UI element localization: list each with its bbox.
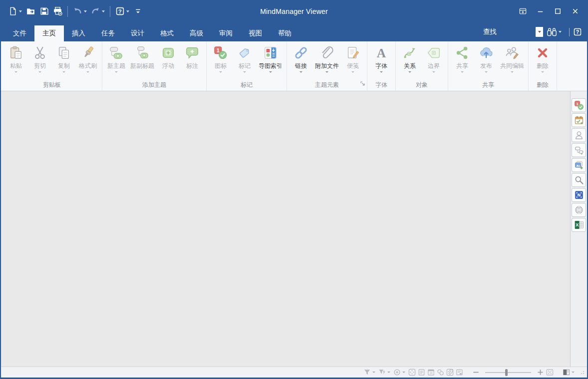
ribbon-display-options-button[interactable] — [514, 3, 532, 19]
ribbon-button-label: 复制 — [58, 62, 70, 69]
walkthrough-button[interactable] — [393, 368, 401, 377]
cut-icon — [32, 44, 47, 61]
delete-button: 删除 — [531, 44, 555, 79]
presentation-button[interactable] — [455, 368, 464, 377]
redo-icon — [91, 6, 100, 16]
new-file-icon — [8, 6, 17, 16]
close-button[interactable] — [567, 3, 584, 19]
chevron-down-icon — [126, 10, 129, 12]
show-notes-button[interactable] — [417, 368, 426, 377]
sidebar-tab-images[interactable] — [572, 158, 586, 172]
attachment-button[interactable]: 附加文件 — [313, 44, 341, 79]
format-painter-button: 格式刷 — [76, 44, 100, 79]
hyperlink-clip-icon — [446, 369, 454, 376]
tab-file[interactable]: 文件 — [5, 25, 34, 41]
tab-task[interactable]: 任务 — [93, 25, 123, 41]
sidebar-tab-map-parts[interactable] — [572, 143, 586, 157]
share-button: 共享 — [450, 44, 474, 79]
maximize-button[interactable] — [549, 3, 567, 19]
ribbon-group: 新主题新副标题浮动标注添加主题 — [102, 41, 207, 91]
new-button[interactable] — [6, 4, 24, 19]
chevron-down-icon — [372, 372, 375, 373]
relationship-button[interactable]: 关系 — [398, 44, 422, 79]
hyperlinks-button[interactable] — [446, 368, 454, 377]
sidebar-tab-task-info[interactable] — [572, 113, 586, 127]
chevron-down-icon — [62, 71, 65, 73]
redo-button[interactable] — [89, 4, 107, 19]
find-button[interactable]: 查找 — [483, 27, 497, 36]
power-filter-button[interactable] — [378, 368, 386, 377]
map-index-icon — [263, 44, 278, 61]
panel-toggle-button[interactable] — [562, 368, 571, 377]
link-button[interactable]: 链接 — [289, 44, 313, 79]
ribbon-group-buttons: 1图标标记导图索引 — [209, 41, 285, 79]
chevron-down-icon — [38, 71, 41, 73]
filter-button[interactable] — [363, 368, 371, 377]
customize-qat-button[interactable] — [131, 4, 145, 19]
ribbon-group: 关系边界对象 — [396, 41, 448, 91]
panel-toggle-icon — [563, 369, 570, 376]
chevron-down-icon — [402, 372, 405, 373]
sidebar-tab-markers[interactable]: 1 — [572, 98, 586, 112]
find-dropdown[interactable] — [536, 27, 543, 37]
zoom-slider-handle[interactable] — [505, 369, 508, 376]
dialog-launcher-button[interactable] — [360, 79, 365, 88]
map-index-button[interactable]: 导图索引 — [257, 44, 285, 79]
save-button[interactable] — [37, 4, 51, 19]
tab-insert[interactable]: 插入 — [64, 25, 93, 41]
tab-advanced[interactable]: 高级 — [182, 25, 211, 41]
title-bar: MindManager Viewer ? — [1, 0, 587, 22]
ribbon-group-label: 对象 — [398, 79, 446, 91]
zoom-slider[interactable] — [485, 372, 531, 373]
ribbon-button-label: 共享 — [456, 62, 468, 69]
sidebar-tab-web[interactable] — [572, 203, 586, 217]
status-tools: 24 — [362, 368, 464, 377]
font-button[interactable]: A字体 — [369, 44, 393, 79]
search-binoculars-button[interactable] — [547, 27, 562, 37]
notes-blue-icon: N — [574, 190, 584, 200]
fit-map-button[interactable] — [408, 368, 416, 377]
tab-review[interactable]: 审阅 — [211, 25, 241, 41]
svg-text:1: 1 — [217, 47, 220, 53]
minimize-button[interactable] — [532, 3, 549, 19]
sidebar-tab-contacts[interactable] — [572, 128, 586, 142]
print-button[interactable] — [51, 4, 64, 19]
ribbon-button-label: 粘贴 — [10, 62, 22, 69]
fit-window-button[interactable] — [546, 368, 554, 377]
resize-grip[interactable] — [577, 370, 586, 376]
chevron-down-icon — [351, 71, 354, 73]
ribbon-tabs: 文件主页插入任务设计格式高级审阅视图帮助 — [5, 22, 299, 41]
ribbon-group-buttons: 共享发布共同编辑 — [450, 41, 526, 79]
help-icon: ? — [573, 27, 582, 36]
paste-icon — [8, 44, 23, 61]
memo-icon — [345, 44, 360, 61]
fit-window-icon — [546, 369, 554, 376]
chevron-down-icon — [511, 71, 514, 73]
ribbon-button-label: 边界 — [428, 62, 440, 69]
tab-format[interactable]: 格式 — [152, 25, 182, 41]
tab-help[interactable]: 帮助 — [270, 25, 299, 41]
task-dates-button[interactable]: 24 — [427, 368, 435, 377]
sidebar-tab-search[interactable] — [572, 173, 586, 187]
sidebar-tab-notes-n[interactable]: N — [572, 188, 586, 202]
ribbon-group-buttons: 链接附加文件便笺 — [289, 41, 365, 79]
tab-design[interactable]: 设计 — [123, 25, 152, 41]
tag-button: 标记 — [233, 44, 257, 79]
help-button[interactable]: ? — [573, 27, 582, 36]
zoom-out-button[interactable] — [472, 368, 480, 377]
map-canvas[interactable] — [1, 91, 570, 367]
open-button[interactable] — [24, 4, 37, 19]
customize-icon — [133, 6, 143, 16]
tab-home[interactable]: 主页 — [34, 25, 64, 41]
tab-view[interactable]: 视图 — [241, 25, 270, 41]
cut-button: 剪切 — [28, 44, 52, 79]
ribbon-button-label: 图标 — [215, 62, 227, 69]
close-icon — [571, 7, 580, 15]
zoom-in-button[interactable] — [536, 368, 545, 377]
sidebar-tab-excel[interactable]: X — [572, 218, 586, 232]
resources-button[interactable] — [436, 368, 445, 377]
fit-map-icon — [408, 369, 416, 376]
svg-text:24: 24 — [430, 372, 433, 375]
undo-button[interactable] — [71, 4, 89, 19]
help-menu-button[interactable]: ? — [113, 4, 131, 19]
